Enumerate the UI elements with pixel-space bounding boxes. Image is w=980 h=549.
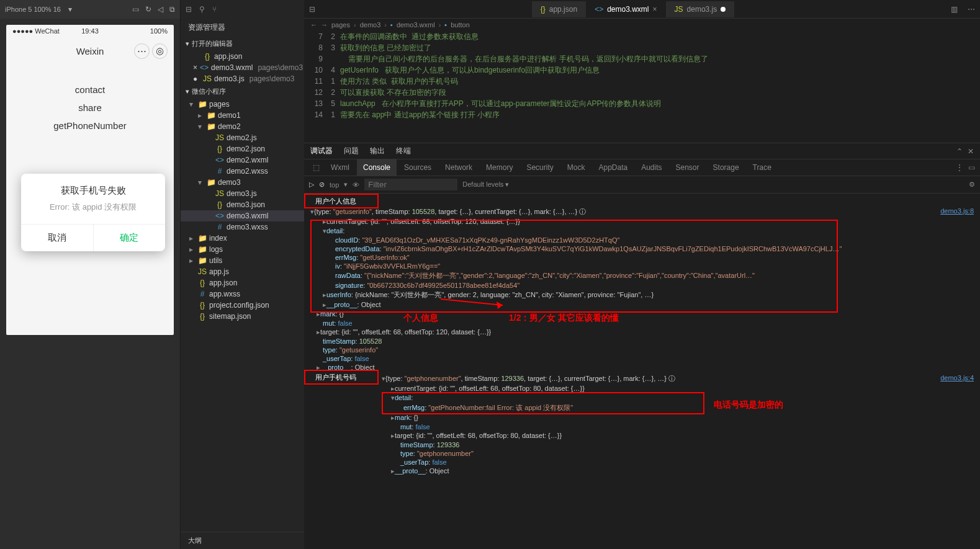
- levels-select[interactable]: Default levels ▾: [462, 181, 509, 189]
- tree-item[interactable]: ▸📁demo1: [181, 110, 304, 121]
- collapse-icon[interactable]: ⊟: [186, 5, 192, 14]
- project-section[interactable]: ▾微信小程序: [181, 84, 304, 99]
- context-select[interactable]: top: [330, 181, 339, 189]
- time-label: 19:43: [81, 27, 99, 35]
- sim-toolbar: iPhone 5 100% 16 ▾ ▭ ↻ ◁ ⧉: [0, 0, 180, 19]
- share-button[interactable]: share: [6, 102, 174, 113]
- windows-icon[interactable]: ⧉: [169, 5, 175, 14]
- error-modal: 获取手机号失败 Error: 该 appid 没有权限 取消 确定: [21, 174, 165, 251]
- tree-item[interactable]: #demo3.wxss: [181, 221, 304, 233]
- explorer-title: 资源管理器: [181, 19, 304, 37]
- dt-dock-icon[interactable]: ▭: [968, 163, 975, 172]
- tab-terminal[interactable]: 终端: [396, 146, 411, 156]
- devtools-tab-memory[interactable]: Memory: [480, 159, 519, 176]
- ok-button[interactable]: 确定: [94, 225, 166, 251]
- debugger-panel: 调试器 问题 输出 终端 ⌃ ✕ ⬚ WxmlConsoleSourcesNet…: [304, 143, 980, 549]
- tree-item[interactable]: {}app.json: [181, 277, 304, 288]
- devtools-tab-trace[interactable]: Trace: [747, 159, 778, 176]
- split-icon[interactable]: ▥: [946, 5, 963, 14]
- search-icon[interactable]: ⚲: [199, 5, 205, 14]
- filter-input[interactable]: [364, 179, 457, 190]
- devtools-tab-sources[interactable]: Sources: [398, 159, 438, 176]
- nav-back-icon[interactable]: ←: [310, 21, 317, 29]
- editor-menu-icon[interactable]: ⊟: [304, 5, 320, 14]
- dt-menu-icon[interactable]: ⋮: [956, 163, 963, 172]
- open-editor-item[interactable]: ×<>demo3.wxmlpages\demo3: [181, 62, 304, 73]
- source-link[interactable]: demo3.js:8: [940, 207, 974, 215]
- devtools-tab-appdata[interactable]: AppData: [592, 159, 634, 176]
- editor-tab[interactable]: {}app.json: [532, 1, 586, 17]
- devtools-tabs: ⬚ WxmlConsoleSourcesNetworkMemorySecurit…: [304, 159, 980, 176]
- nav-fwd-icon[interactable]: →: [321, 21, 328, 29]
- devtools-tab-console[interactable]: Console: [357, 159, 397, 176]
- eye-icon[interactable]: 👁: [353, 181, 359, 189]
- tree-item[interactable]: ▸📁logs: [181, 244, 304, 255]
- code-editor[interactable]: 72在事件的回调函数中 通过参数来获取信息83获取到的信息 已经加密过了9 需要…: [304, 31, 980, 143]
- devtools-tab-network[interactable]: Network: [439, 159, 479, 176]
- modal-message: Error: 该 appid 没有权限: [21, 202, 165, 224]
- clear-icon[interactable]: ⊘: [319, 181, 325, 189]
- getphone-button[interactable]: getPhoneNumber: [6, 120, 174, 131]
- open-editors-section[interactable]: ▾打开的编辑器: [181, 37, 304, 51]
- devtools-tab-mock[interactable]: Mock: [561, 159, 591, 176]
- tablet-icon[interactable]: ▭: [132, 5, 139, 14]
- play-icon[interactable]: ▷: [309, 181, 314, 189]
- more-icon[interactable]: ⋯: [963, 5, 980, 14]
- open-editor-item[interactable]: ●JSdemo3.jspages\demo3: [181, 73, 304, 84]
- outline-section[interactable]: 大纲: [181, 532, 304, 549]
- tree-item[interactable]: ▸📁utils: [181, 255, 304, 266]
- tree-item[interactable]: {}sitemap.json: [181, 311, 304, 322]
- tree-item[interactable]: JSdemo3.js: [181, 188, 304, 199]
- tree-item[interactable]: <>demo2.wxml: [181, 154, 304, 166]
- tree-item[interactable]: {}demo2.json: [181, 143, 304, 154]
- tree-item[interactable]: ▾📁demo3: [181, 177, 304, 188]
- tab-output[interactable]: 输出: [370, 146, 385, 156]
- rotate-icon[interactable]: ↻: [145, 5, 151, 14]
- back-icon[interactable]: ◁: [158, 5, 163, 14]
- tree-item[interactable]: {}demo3.json: [181, 199, 304, 210]
- nav-title: Weixin: [76, 46, 104, 56]
- devtools-tab-audits[interactable]: Audits: [635, 159, 668, 176]
- editor-tabs: {}app.json<>demo3.wxml×JSdemo3.js: [532, 1, 735, 17]
- explorer-panel: ⊟ ⚲ ⑂ 资源管理器 ▾打开的编辑器 {}app.json×<>demo3.w…: [180, 0, 304, 549]
- tree-item[interactable]: ▸📁index: [181, 233, 304, 244]
- tree-item[interactable]: JSapp.js: [181, 266, 304, 277]
- chevron-up-icon[interactable]: ⌃: [956, 147, 963, 156]
- tab-problems[interactable]: 问题: [344, 146, 359, 156]
- battery-label: 100%: [150, 27, 168, 35]
- branch-icon[interactable]: ⑂: [212, 5, 217, 14]
- devtools-tab-security[interactable]: Security: [520, 159, 559, 176]
- tree-item[interactable]: <>demo3.wxml: [181, 210, 304, 221]
- inspect-icon[interactable]: ⬚: [309, 163, 323, 172]
- devtools-tab-storage[interactable]: Storage: [707, 159, 745, 176]
- gear-icon[interactable]: ⚙: [969, 181, 975, 189]
- devtools-tab-wxml[interactable]: Wxml: [325, 159, 356, 176]
- editor-tab[interactable]: JSdemo3.js: [666, 1, 735, 17]
- editor-tab[interactable]: <>demo3.wxml×: [586, 1, 665, 17]
- tab-debugger[interactable]: 调试器: [310, 146, 333, 156]
- phone-screen: ●●●●● WeChat 19:43 100% Weixin ⋯ ◎ conta…: [6, 25, 174, 335]
- tree-item[interactable]: JSdemo2.js: [181, 132, 304, 143]
- console-output[interactable]: 用户个人信息 ▾{type: "getuserinfo", timeStamp:…: [304, 194, 980, 549]
- capsule-menu-icon[interactable]: ⋯: [134, 43, 150, 59]
- cancel-button[interactable]: 取消: [21, 225, 94, 251]
- chevron-down-icon[interactable]: ▾: [68, 5, 72, 14]
- tree-item[interactable]: #demo2.wxss: [181, 166, 304, 177]
- modal-title: 获取手机号失败: [21, 174, 165, 202]
- editor-panel: ⊟ {}app.json<>demo3.wxml×JSdemo3.js ▥ ⋯ …: [304, 0, 980, 549]
- log-label-userinfo: 用户个人信息: [304, 196, 980, 207]
- tree-item[interactable]: ▾📁pages: [181, 99, 304, 110]
- file-tree: ▾📁pages▸📁demo1▾📁demo2JSdemo2.js{}demo2.j…: [181, 99, 304, 532]
- capsule-close-icon[interactable]: ◎: [152, 43, 168, 59]
- tree-item[interactable]: ▾📁demo2: [181, 121, 304, 132]
- tree-item[interactable]: #app.wxss: [181, 288, 304, 300]
- breadcrumb: ← → pages› demo3› ▪demo3.wxml› ▪button: [304, 19, 980, 31]
- carrier-label: ●●●●● WeChat: [12, 27, 60, 35]
- contact-button[interactable]: contact: [6, 84, 174, 95]
- open-editor-item[interactable]: {}app.json: [181, 51, 304, 62]
- close-icon[interactable]: ✕: [968, 147, 974, 156]
- source-link[interactable]: demo3.js:4: [940, 374, 974, 382]
- devtools-tab-sensor[interactable]: Sensor: [670, 159, 706, 176]
- device-label[interactable]: iPhone 5 100% 16: [5, 6, 61, 13]
- tree-item[interactable]: {}project.config.json: [181, 300, 304, 311]
